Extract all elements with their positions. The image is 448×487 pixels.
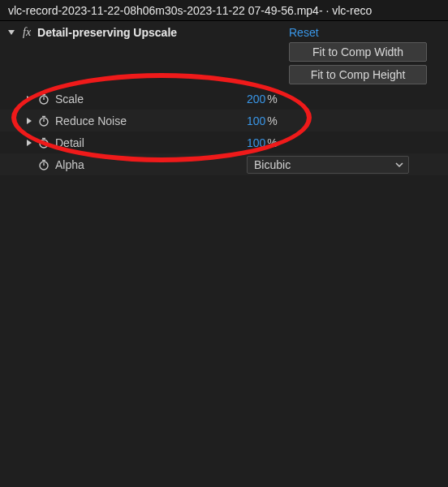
alpha-dropdown-value: Bicubic (254, 158, 291, 171)
fit-to-comp-width-button[interactable]: Fit to Comp Width (289, 42, 427, 62)
percent-unit: % (267, 136, 277, 149)
fit-to-comp-height-button[interactable]: Fit to Comp Height (289, 65, 427, 84)
prop-row-detail: Detail 100 % (0, 131, 448, 153)
window-title: vlc-record-2023-11-22-08h06m30s-2023-11-… (8, 4, 372, 17)
twirl-closed-icon[interactable] (24, 95, 34, 103)
window-titlebar: vlc-record-2023-11-22-08h06m30s-2023-11-… (0, 0, 448, 21)
scale-value[interactable]: 200 (247, 93, 265, 106)
reset-link[interactable]: Reset (287, 26, 442, 39)
alpha-dropdown[interactable]: Bicubic (247, 156, 409, 174)
effect-twirl-open[interactable] (6, 26, 16, 39)
stopwatch-icon[interactable] (37, 136, 50, 149)
stopwatch-icon[interactable] (37, 93, 50, 106)
prop-label: Scale (55, 93, 84, 106)
prop-row-scale: Scale 200 % (0, 88, 448, 110)
prop-label: Reduce Noise (55, 114, 127, 127)
twirl-closed-icon[interactable] (24, 139, 34, 147)
percent-unit: % (267, 93, 277, 106)
effect-controls-panel: fx Detail-preserving Upscale Reset Fit t… (0, 21, 448, 175)
prop-row-reduce-noise: Reduce Noise 100 % (0, 110, 448, 131)
prop-row-alpha: Alpha Bicubic (0, 153, 448, 175)
chevron-down-icon (395, 157, 403, 173)
reduce-noise-value[interactable]: 100 (247, 114, 265, 127)
prop-label: Detail (55, 136, 84, 149)
effect-name-label: Detail-preserving Upscale (37, 26, 177, 39)
effect-properties: Scale 200 % Reduce Noise 100 % (0, 88, 448, 175)
fx-badge-icon[interactable]: fx (21, 26, 32, 39)
prop-label: Alpha (55, 158, 84, 171)
stopwatch-icon[interactable] (37, 114, 50, 127)
detail-value[interactable]: 100 (247, 136, 265, 149)
effect-header: fx Detail-preserving Upscale Reset Fit t… (0, 26, 448, 88)
stopwatch-icon[interactable] (37, 158, 50, 171)
effect-header-right: Reset Fit to Comp Width Fit to Comp Heig… (287, 26, 442, 84)
twirl-closed-icon[interactable] (24, 117, 34, 125)
percent-unit: % (267, 114, 277, 127)
